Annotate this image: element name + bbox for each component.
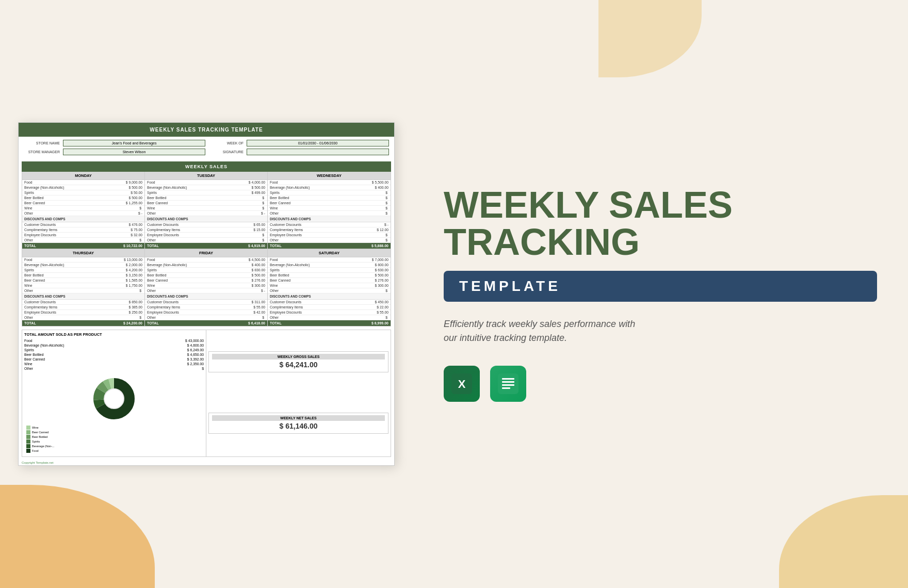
week-of-row: WEEK OF 01/01/2030 - 01/06/2030	[207, 140, 389, 146]
template-badge: TEMPLATE	[444, 271, 877, 302]
total-label: TOTAL	[270, 321, 282, 325]
discount-row: Other$	[268, 238, 391, 243]
discount-value: $55.00	[377, 311, 388, 314]
day-header-friday: FRIDAY	[145, 249, 267, 257]
net-sales-box: WEEKLY NET SALES $ 61,146.00	[208, 413, 388, 434]
svg-rect-14	[502, 387, 510, 389]
item-value: $	[139, 206, 142, 210]
chart-legend: Wine Beer Canned Beer Bottled Spirits Be…	[24, 424, 204, 454]
day-column-tuesday: TUESDAYFood$4,000.00Beverage (Non-Alcoho…	[145, 172, 268, 249]
summary-product-row: Wine$ 2,350.00	[24, 362, 204, 366]
day-item-row: Beer Canned$	[145, 201, 267, 206]
discount-row: Complimentary Items$15.00	[145, 227, 267, 233]
discount-label: Other	[270, 238, 279, 242]
day-item-row: Other$-	[145, 211, 267, 216]
total-value: $ 5,888.00	[371, 244, 388, 248]
discount-label: Other	[24, 316, 33, 319]
item-label: Beer Bottled	[147, 196, 166, 200]
sheets-icon	[490, 366, 526, 402]
item-value: $	[385, 289, 388, 292]
discount-value: $	[385, 316, 388, 319]
day-item-row: Beer Canned$	[268, 201, 391, 206]
item-label: Beer Bottled	[270, 196, 289, 200]
item-label: Beer Canned	[24, 279, 45, 282]
discount-label: Customer Discounts	[147, 223, 179, 226]
discount-value: $385.00	[128, 305, 142, 309]
day-item-row: Beer Canned$1,255.00	[22, 201, 144, 206]
item-label: Wine	[270, 206, 278, 210]
product-label: Other	[24, 367, 33, 370]
total-value: $ 8,999.00	[371, 321, 388, 325]
product-label: Beer Bottled	[24, 353, 43, 356]
item-value: $500.00	[375, 273, 388, 277]
item-value: $	[385, 206, 388, 210]
discount-value: $	[139, 238, 142, 242]
day-item-row: Beer Bottled$	[268, 195, 391, 201]
item-label: Beverage (Non-Alcoholic)	[24, 263, 64, 267]
day-item-row: Beverage (Non-Alcoholic)$500.00	[145, 185, 267, 190]
discounts-label: DISCOUNTS AND COMPS	[268, 216, 391, 222]
day-item-row: Spirits$830.00	[145, 268, 267, 273]
discount-row: Other$	[22, 238, 144, 243]
store-manager-label: STORE MANAGER	[24, 150, 60, 154]
net-sales-label: WEEKLY NET SALES	[212, 415, 385, 421]
total-label: TOTAL	[24, 321, 36, 325]
product-label: Wine	[24, 362, 33, 366]
discount-label: Employee Discounts	[147, 233, 179, 237]
discount-label: Other	[147, 238, 156, 242]
item-label: Beer Canned	[147, 201, 168, 205]
discount-value: $65.00	[253, 223, 265, 226]
item-value: $830.00	[251, 268, 265, 272]
discount-row: Employee Discounts$32.00	[22, 233, 144, 238]
summary-right: WEEKLY GROSS SALES $ 64,241.00 WEEKLY NE…	[206, 330, 391, 456]
discount-label: Customer Discounts	[270, 223, 301, 226]
discount-row: Employee Discounts$250.00	[22, 310, 144, 315]
item-label: Wine	[147, 284, 155, 287]
discount-label: Complimentary Items	[147, 305, 180, 309]
day-item-row: Spirits$4,200.00	[22, 268, 144, 273]
discount-row: Customer Discounts$-	[268, 222, 391, 227]
spreadsheet-container: WEEKLY SALES TRACKING TEMPLATE STORE NAM…	[18, 122, 395, 466]
product-value: $ 4,600.00	[187, 344, 204, 347]
item-value: $9,000.00	[126, 181, 142, 184]
item-value: $-	[261, 289, 265, 292]
store-manager-row: STORE MANAGER Steven Wilson	[24, 149, 205, 155]
product-value: $	[202, 367, 204, 370]
total-value: $ 4,919.00	[248, 244, 265, 248]
discount-row: Complimentary Items$55.00	[145, 305, 267, 310]
item-value: $400.00	[375, 186, 388, 189]
day-item-row: Beverage (Non-Alcoholic)$400.00	[268, 185, 391, 190]
net-sales-value: $ 61,146.00	[212, 421, 385, 431]
item-value: $	[385, 196, 388, 200]
day-header-tuesday: TUESDAY	[145, 172, 267, 180]
svg-text:X: X	[458, 378, 466, 390]
day-item-row: Other$	[268, 288, 391, 293]
item-value: $300.00	[375, 284, 388, 287]
item-value: $	[262, 196, 265, 200]
discount-value: $850.00	[128, 300, 142, 304]
total-value: $ 24,200.00	[123, 321, 142, 325]
item-value: $5,500.00	[372, 181, 388, 184]
discounts-label: DISCOUNTS AND COMPS	[22, 293, 144, 300]
summary-section: TOTAL AMOUNT SOLD AS PER PRODUCT Food$ 4…	[22, 330, 391, 457]
item-label: Food	[24, 258, 33, 262]
item-label: Beer Canned	[147, 279, 168, 282]
svg-rect-11	[502, 378, 514, 380]
day-item-row: Beer Bottled$3,150.00	[22, 273, 144, 278]
discount-label: Complimentary Items	[270, 305, 303, 309]
discount-row: Complimentary Items$22.00	[268, 305, 391, 310]
store-name-label: STORE NAME	[24, 141, 60, 145]
item-value: $630.00	[375, 268, 388, 272]
item-label: Other	[24, 289, 33, 292]
item-value: $4,000.00	[249, 181, 265, 184]
discount-row: Employee Discounts$	[145, 233, 267, 238]
total-label: TOTAL	[147, 321, 159, 325]
product-value: $ 6,249.00	[187, 348, 204, 352]
discount-value: $476.00	[128, 223, 142, 226]
item-label: Spirits	[147, 191, 157, 194]
day-item-row: Other$-	[145, 288, 267, 293]
item-value: $	[385, 191, 388, 194]
pie-chart	[88, 373, 140, 424]
item-label: Beverage (Non-Alcoholic)	[270, 263, 310, 267]
gross-sales-box: WEEKLY GROSS SALES $ 64,241.00	[208, 351, 388, 372]
